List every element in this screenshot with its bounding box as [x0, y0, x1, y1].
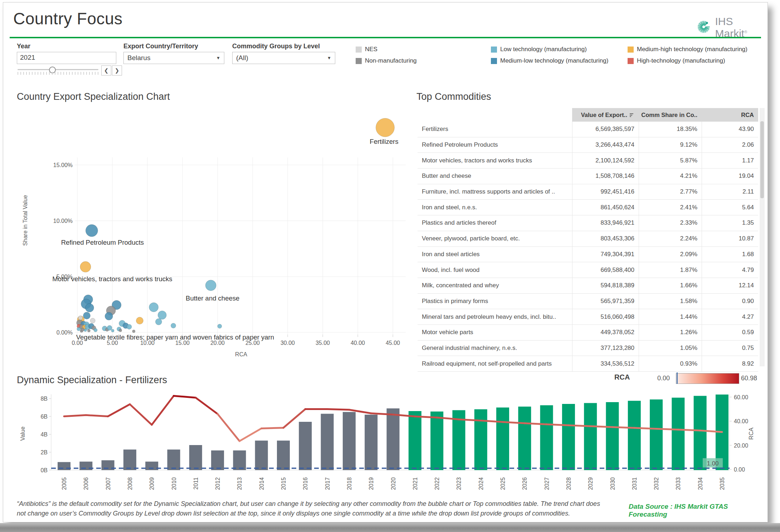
rca-cell: 8.92: [702, 356, 758, 371]
legend-item[interactable]: Non-manufacturing: [356, 55, 491, 67]
scatter-point[interactable]: [149, 303, 159, 312]
value-bar-2006[interactable]: [79, 462, 92, 470]
table-row[interactable]: Butter and cheese1,508,708,1464.21%19.04: [418, 169, 758, 184]
scatter-point[interactable]: [90, 318, 95, 323]
value-bar-2018[interactable]: [343, 412, 356, 470]
year-input[interactable]: 2021: [17, 52, 116, 64]
value-bar-2020[interactable]: [387, 409, 400, 470]
legend-item[interactable]: Medium-low technology (manufacturing): [491, 55, 628, 67]
value-bar-2017[interactable]: [321, 414, 334, 470]
combo-ylabel-right: RCA: [748, 428, 754, 440]
col-header-value[interactable]: Value of Export..: [572, 108, 639, 122]
sort-descending-icon[interactable]: [629, 112, 634, 118]
value-bar-2010[interactable]: [167, 450, 180, 470]
value-bar-2027[interactable]: [540, 405, 553, 470]
scatter-point[interactable]: [94, 328, 97, 332]
year-next-button[interactable]: ❯: [112, 65, 122, 75]
value-bar-2022[interactable]: [430, 411, 443, 470]
value-bar-2008[interactable]: [123, 450, 136, 470]
value-bar-2013[interactable]: [233, 450, 246, 470]
table-row[interactable]: General industrial machinery, n.e.s.377,…: [418, 341, 758, 356]
table-row[interactable]: Motor vehicle parts449,378,0521.26%0.59: [418, 325, 758, 341]
table-row[interactable]: Plastics and articles thereof833,946,921…: [418, 215, 758, 231]
scatter-point[interactable]: [171, 323, 176, 328]
commodity-name-cell: Iron and steel, n.e.s.: [418, 204, 572, 211]
value-bar-2025[interactable]: [496, 407, 509, 470]
table-row[interactable]: Wood, incl. fuel wood669,588,4001.87%4.7…: [418, 262, 758, 278]
scatter-point[interactable]: [132, 330, 135, 333]
col-header-share[interactable]: Comm Share in Co..: [639, 108, 702, 122]
table-row[interactable]: Railroad equipment, not self-propelled a…: [418, 356, 758, 372]
table-row[interactable]: Veneer, plywood, particle board, etc.803…: [418, 231, 758, 247]
export-country-dropdown[interactable]: Belarus ▼: [123, 52, 224, 64]
scatter-point[interactable]: [218, 324, 222, 328]
scatter-point[interactable]: [127, 324, 132, 329]
scatter-point[interactable]: [87, 329, 90, 332]
scatter-point[interactable]: [205, 280, 216, 291]
value-bar-2021[interactable]: [409, 411, 421, 470]
table-scrollbar-thumb[interactable]: [760, 121, 764, 198]
scatter-point[interactable]: [81, 328, 84, 331]
value-bar-2024[interactable]: [474, 409, 487, 470]
rca-cell: 0.90: [702, 294, 758, 309]
year-slider-track[interactable]: [18, 69, 98, 70]
scatter-point[interactable]: [155, 318, 162, 325]
table-row[interactable]: Plastics in primary forms565,971,3591.58…: [418, 294, 758, 309]
scatter-point[interactable]: [105, 312, 113, 320]
combo-left-tick: 0B: [40, 467, 48, 473]
share-cell: 0.93%: [639, 356, 702, 371]
commodity-level-dropdown[interactable]: (All) ▼: [232, 52, 335, 64]
legend-item[interactable]: Low technology (manufacturing): [491, 44, 628, 55]
value-bar-2005[interactable]: [58, 462, 70, 470]
scatter-point[interactable]: [80, 262, 91, 272]
table-row[interactable]: Iron and steel articles749,304,3912.09%1…: [418, 247, 758, 263]
rca-trend-line-segment: [634, 428, 656, 429]
scatter-point[interactable]: [111, 329, 114, 332]
value-bar-2031[interactable]: [628, 401, 641, 470]
value-bar-2009[interactable]: [145, 462, 158, 470]
export-value-cell: 516,060,498: [572, 309, 639, 324]
scatter-point-label: Vegetable textile fibres; paper yarn and…: [76, 333, 274, 341]
value-bar-2029[interactable]: [584, 403, 597, 470]
legend-item[interactable]: Medium-high technology (manufacturing): [628, 44, 771, 55]
scatter-point[interactable]: [376, 118, 394, 137]
legend-item[interactable]: High-technology (manufacturing): [628, 55, 771, 67]
table-row[interactable]: Furniture, incl. mattress supports and a…: [418, 184, 758, 200]
table-row[interactable]: Mineral tars and petroleum heavy ends, i…: [418, 309, 758, 325]
share-cell: 1.44%: [639, 309, 702, 324]
scatter-point[interactable]: [119, 329, 122, 332]
value-bar-2032[interactable]: [650, 400, 663, 470]
value-bar-2015[interactable]: [277, 441, 290, 470]
value-bar-2033[interactable]: [672, 398, 684, 470]
scatter-point[interactable]: [136, 317, 143, 324]
year-prev-button[interactable]: ❮: [101, 65, 111, 75]
scatter-point[interactable]: [85, 303, 94, 312]
scatter-point[interactable]: [78, 316, 83, 320]
combo-x-tick: 2018: [346, 477, 352, 490]
col-header-rca[interactable]: RCA: [702, 108, 758, 122]
value-bar-2011[interactable]: [189, 445, 202, 470]
value-bar-2026[interactable]: [518, 407, 531, 470]
table-row[interactable]: Refined Petroleum Products3,266,443,4749…: [418, 137, 758, 153]
rca-gradient-bar[interactable]: [676, 373, 739, 384]
value-bar-2030[interactable]: [606, 402, 619, 470]
value-bar-2016[interactable]: [299, 422, 312, 470]
table-row[interactable]: Motor vehicles, tractors and works truck…: [418, 153, 758, 169]
value-bar-2014[interactable]: [255, 441, 268, 470]
scatter-point[interactable]: [86, 224, 98, 236]
value-bar-2019[interactable]: [365, 415, 377, 470]
scatter-point[interactable]: [158, 311, 166, 319]
table-row[interactable]: Iron and steel, n.e.s.861,450,6242.41%5.…: [418, 200, 758, 215]
scatter-point[interactable]: [77, 327, 81, 331]
combo-x-tick: 2005: [61, 477, 67, 490]
value-bar-2012[interactable]: [211, 450, 224, 470]
legend-item[interactable]: NES: [356, 44, 491, 55]
scatter-point[interactable]: [84, 329, 87, 332]
value-bar-2028[interactable]: [562, 404, 575, 470]
table-row[interactable]: Milk, concentrated and whey594,818,3891.…: [418, 278, 758, 294]
table-row[interactable]: Fertilizers6,569,385,59718.35%43.90: [418, 122, 758, 137]
scatter-point[interactable]: [107, 326, 112, 331]
combo-x-tick: 2022: [434, 477, 440, 490]
rca-trend-line-segment: [678, 430, 700, 430]
rca-trend-line-segment: [196, 397, 218, 414]
